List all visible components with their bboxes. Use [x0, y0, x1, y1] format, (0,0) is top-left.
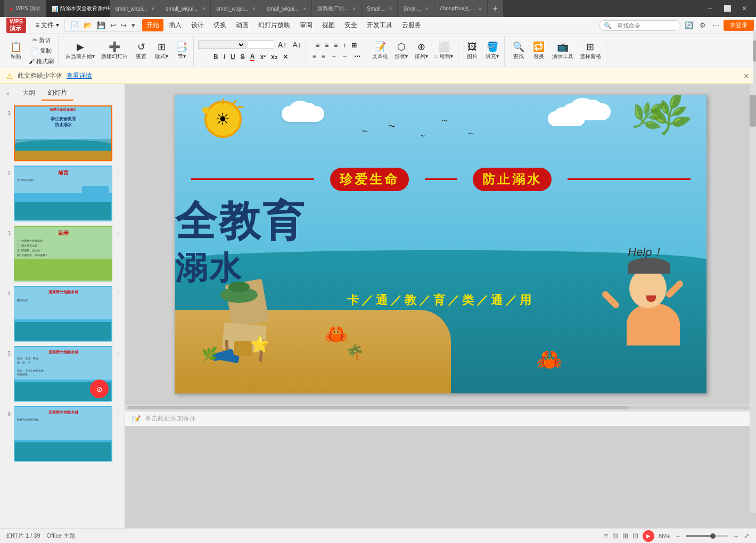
superscript-button[interactable]: x² — [258, 52, 268, 62]
tab-zhong[interactable]: ZhongHua互... × — [434, 0, 488, 17]
add-slide-button[interactable]: ➕ 新建幻灯片 — [98, 40, 130, 62]
slide-item-5[interactable]: 5 远离野外危险水域 游泳、水塘、看况溪、流、沼深水、工地上的积水类或者的类 ⊘… — [2, 346, 122, 402]
tab-wps[interactable]: ▶ WPS 演示 — [4, 0, 46, 17]
menu-cloud[interactable]: 云服务 — [398, 19, 425, 31]
view-browse-icon[interactable]: ⊡ — [632, 532, 638, 540]
settings-icon[interactable]: ⚙ — [697, 20, 708, 30]
more-shape-button[interactable]: ⬜ □ 绘制▾ — [432, 40, 456, 62]
font-family-select[interactable] — [198, 40, 246, 49]
zoom-in-button[interactable]: ＋ — [733, 531, 739, 541]
textbox-button[interactable]: 📝 文本框 — [369, 40, 391, 62]
align-center-button[interactable]: ≡ — [323, 40, 331, 50]
section-button[interactable]: 📑 节▾ — [172, 40, 191, 62]
panel-scrollbar-thumb[interactable] — [753, 40, 756, 62]
indent-button[interactable]: → — [328, 52, 339, 61]
menu-view[interactable]: 视图 — [318, 19, 339, 31]
more-icon[interactable]: ⋯ — [710, 20, 721, 30]
slide-canvas[interactable]: ☀ — [175, 95, 707, 394]
horizontal-scrollbar[interactable] — [125, 405, 756, 411]
menu-transition[interactable]: 切换 — [209, 19, 231, 31]
tab-close-icon9[interactable]: × — [479, 6, 482, 12]
notification-close-button[interactable]: ✕ — [743, 72, 750, 80]
menu-devtools[interactable]: 开发工具 — [363, 19, 397, 31]
slide-item-6[interactable]: 6 远离野外危险水域 教育方法分析内容... ☆ — [2, 406, 122, 462]
tab-active[interactable]: 📊 防溺水安全教育课件PPT(完美版) × — [46, 0, 110, 17]
tab-small5[interactable]: Small... × — [361, 0, 398, 17]
fill-button[interactable]: 🪣 填充▾ — [483, 40, 502, 62]
image-button[interactable]: 🖼 图片 — [463, 40, 482, 62]
menu-start[interactable]: 开始 — [142, 19, 163, 31]
canvas-scrollbar-thumb[interactable] — [750, 95, 756, 127]
slide-thumbnail-5[interactable]: 远离野外危险水域 游泳、水塘、看况溪、流、沼深水、工地上的积水类或者的类 ⊘ — [14, 346, 112, 402]
slide-star-6[interactable]: ☆ — [116, 406, 120, 416]
font-color-button[interactable]: A — [248, 52, 257, 62]
fit-window-button[interactable]: ⤢ — [744, 532, 750, 540]
find-button[interactable]: 🔍 查找 — [509, 40, 528, 62]
clear-format-button[interactable]: ✕ — [281, 52, 290, 62]
align-left-button[interactable]: ≡ — [314, 40, 322, 50]
menu-insert[interactable]: 插入 — [165, 19, 186, 31]
tab-small1[interactable]: small_wiqui... × — [110, 0, 161, 17]
menu-security[interactable]: 安全 — [340, 19, 361, 31]
paste-button[interactable]: 📋 粘贴 — [6, 40, 26, 62]
dedent-button[interactable]: ← — [340, 52, 351, 61]
tab-small2[interactable]: small_wiqui... × — [160, 0, 211, 17]
tab-small3[interactable]: small_wiqui... × — [211, 0, 261, 17]
increase-font-button[interactable]: A↑ — [276, 39, 289, 50]
tab-close-icon2[interactable]: × — [152, 6, 155, 12]
maximize-button[interactable]: ⬜ — [720, 3, 735, 14]
align-left2-button[interactable]: ≡ — [310, 52, 318, 61]
replace-button[interactable]: 🔁 替换 — [529, 40, 548, 62]
slide-star-5[interactable]: ☆ — [116, 346, 120, 356]
canvas-vertical-scrollbar[interactable] — [750, 84, 756, 513]
arrange-button[interactable]: ⊕ 排列▾ — [412, 40, 431, 62]
panel-tab-outline[interactable]: 大纲 — [16, 86, 42, 101]
slide-thumbnail-3[interactable]: 目录 一. 远离野外危险水域二. 溺水后怎么做三. 四招救，怎么办！四. 天国溺… — [14, 226, 112, 282]
layout-button[interactable]: ⊞ 版式▾ — [152, 40, 171, 62]
close-button[interactable]: ✕ — [737, 3, 752, 14]
slide-item-4[interactable]: 4 远离野外危险水域 图示内容... ☆ — [2, 286, 122, 342]
underline-button[interactable]: U — [228, 52, 237, 62]
copy-button[interactable]: 📄 复制 — [27, 46, 56, 56]
view-list-icon[interactable]: ≡ — [604, 532, 608, 540]
redo-icon[interactable]: ↪ — [119, 20, 129, 30]
tab-close-icon5[interactable]: × — [303, 6, 306, 12]
new-icon[interactable]: 📄 — [68, 20, 81, 30]
panel-tab-slides[interactable]: 幻灯片 — [42, 86, 73, 101]
font-size-input[interactable]: 0 — [248, 40, 274, 49]
slide-star-2[interactable]: ☆ — [116, 166, 120, 176]
col-spacing-button[interactable]: ⊞ — [349, 40, 359, 50]
tab-game[interactable]: 游戏推广词... × — [312, 0, 361, 17]
shapes-button[interactable]: ⬡ 形状▾ — [392, 40, 411, 62]
slide-star-1[interactable]: ☆ — [116, 105, 120, 116]
line-spacing-button[interactable]: ↕ — [341, 40, 348, 50]
menu-design[interactable]: 设计 — [187, 19, 208, 31]
undo-icon[interactable]: ↩ — [108, 20, 118, 30]
open-icon[interactable]: 📂 — [81, 20, 94, 30]
note-placeholder[interactable]: 单击此处添加备注 — [145, 414, 196, 423]
slide-item-3[interactable]: 3 目录 一. 远离野外危险水域二. 溺水后怎么做三. 四招救，怎么办！四. 天… — [2, 226, 122, 282]
menu-animation[interactable]: 动画 — [232, 19, 253, 31]
tab-close-icon6[interactable]: × — [352, 6, 356, 12]
new-tab-button[interactable]: + — [488, 0, 503, 17]
align-center2-button[interactable]: ≡ — [319, 52, 327, 61]
login-button[interactable]: 未登录 — [724, 20, 754, 31]
cut-button[interactable]: ✂ 剪切 — [27, 35, 56, 45]
slide-thumbnail-2[interactable]: 前言 文字内容说明... — [14, 166, 112, 221]
present-tools-button[interactable]: 📺 演示工具 — [549, 40, 576, 62]
search-input[interactable] — [612, 21, 676, 30]
minimize-button[interactable]: ─ — [703, 3, 718, 14]
refresh-icon[interactable]: 🔄 — [683, 20, 695, 30]
tab-close-icon8[interactable]: × — [425, 6, 429, 12]
view-details-link[interactable]: 查看详情 — [67, 71, 92, 80]
slide-thumbnail-1[interactable]: 珍爱生命 防止溺水 学生安全教育防止溺水 卡/通/教/育/类/通/用 — [14, 105, 112, 161]
reset-button[interactable]: ↺ 重置 — [132, 40, 151, 62]
tab-close-icon4[interactable]: × — [252, 6, 256, 12]
tab-small4[interactable]: small_wiqui... × — [261, 0, 312, 17]
play-slideshow-button[interactable]: ▶ — [643, 530, 654, 542]
menu-slideshow[interactable]: 幻灯片放映 — [254, 19, 294, 31]
slide-thumbnail-6[interactable]: 远离野外危险水域 教育方法分析内容... — [14, 406, 112, 462]
panel-collapse-button[interactable]: « — [4, 88, 12, 98]
zoom-thumb[interactable] — [710, 533, 716, 539]
view-grid-icon[interactable]: ⊞ — [622, 532, 628, 540]
